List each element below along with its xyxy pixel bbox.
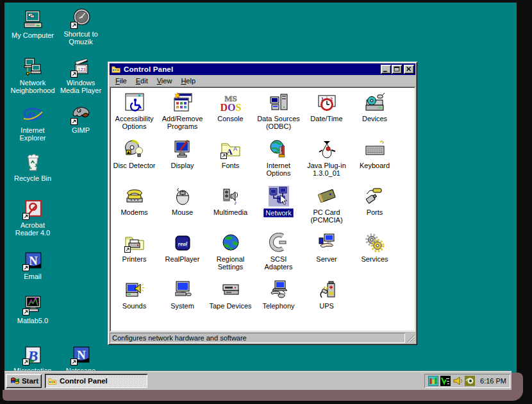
java-plugin-icon — [317, 139, 337, 160]
control-panel-item-keyboard[interactable]: Keyboard — [351, 139, 399, 185]
start-button[interactable]: Start — [6, 374, 42, 388]
control-panel-item-ups[interactable]: UPS — [303, 279, 351, 326]
desktop-icon-recycle-bin[interactable]: Recycle Bin — [8, 152, 57, 182]
window-client-area: Accessibility OptionsAdd/Remove Programs… — [110, 87, 415, 332]
desktop-icon-acrobat-reader-4-0[interactable]: Acrobat Reader 4.0 — [8, 199, 57, 237]
control-panel-item-ports[interactable]: Ports — [351, 185, 399, 232]
menu-view[interactable]: View — [153, 76, 177, 86]
taskbar-clock[interactable]: 6:16 PM — [480, 377, 506, 385]
control-panel-item-fonts[interactable]: AAFonts — [206, 139, 254, 185]
services-icon — [365, 233, 385, 253]
netscape-n-icon: N — [71, 344, 92, 366]
start-button-label: Start — [22, 377, 38, 385]
network-neighborhood-icon — [22, 56, 44, 78]
control-panel-item-console[interactable]: MSDOSConsole — [206, 92, 254, 139]
control-panel-item-add-remove-programs[interactable]: Add/Remove Programs — [158, 92, 206, 139]
control-panel-item-modems[interactable]: Modems — [110, 185, 158, 232]
desktop-icon-my-computer[interactable]: My Computer — [8, 9, 57, 39]
control-panel-item-telephony[interactable]: Telephony — [254, 279, 303, 326]
minimize-button[interactable] — [381, 65, 391, 74]
control-panel-item-label: Network — [263, 208, 293, 217]
control-panel-item-label: Data Sources (ODBC) — [255, 115, 303, 130]
control-panel-item-realplayer[interactable]: realRealPlayer — [158, 232, 206, 279]
desktop-icon-netscape[interactable]: NNetscape — [56, 344, 105, 375]
menu-file[interactable]: File — [111, 76, 131, 86]
menu-edit[interactable]: Edit — [131, 76, 153, 86]
control-panel-item-scsi-adapters[interactable]: SCSI Adapters — [254, 232, 303, 279]
title-bar[interactable]: Control Panel — [110, 63, 415, 75]
maximize-button[interactable] — [392, 65, 402, 74]
svg-text:A: A — [233, 146, 237, 152]
desktop-icon-shortcut-to-qmuzik[interactable]: Shortcut to Qmuzik — [56, 8, 105, 46]
control-panel-item-label: Add/Remove Programs — [159, 115, 206, 130]
taskbar: Start Control Panel 6:16 PM — [4, 371, 511, 390]
shortcut-arrow-icon — [71, 22, 78, 29]
close-button[interactable] — [404, 65, 414, 74]
monitor-bezel-corner — [511, 373, 523, 392]
desktop-icon-gimp[interactable]: GIMP — [56, 104, 105, 134]
control-panel-item-label: Tape Devices — [208, 302, 253, 310]
shortcut-arrow-icon — [22, 358, 29, 366]
control-panel-folder-icon — [111, 65, 121, 74]
control-panel-item-label: System — [169, 302, 195, 310]
system-meter-tray-icon[interactable] — [428, 376, 438, 386]
control-panel-item-devices[interactable]: Devices — [351, 92, 399, 139]
control-panel-item-label: Telephony — [261, 302, 295, 310]
control-panel-item-services[interactable]: Services — [351, 232, 399, 279]
monitor-bezel-bottom — [3, 390, 523, 401]
desktop-icon-network-neighborhood[interactable]: Network Neighborhood — [8, 56, 57, 94]
control-panel-item-label: Sounds — [121, 302, 147, 310]
control-panel-item-sounds[interactable]: Sounds — [110, 279, 158, 326]
desktop-icon-matlab5-0[interactable]: Matlab5.0 — [8, 294, 57, 324]
control-panel-item-multimedia[interactable]: ♪Multimedia — [206, 185, 254, 232]
desktop-icon-microstation[interactable]: BMicrostation — [8, 344, 57, 375]
control-panel-item-printers[interactable]: Printers — [110, 232, 158, 279]
control-panel-item-label: RealPlayer — [164, 255, 201, 263]
menu-help[interactable]: Help — [176, 76, 200, 86]
control-panel-item-mouse[interactable]: Mouse — [158, 185, 206, 232]
system-icon — [172, 280, 193, 300]
shortcut-arrow-icon — [22, 308, 29, 316]
control-panel-item-server[interactable]: Server — [303, 232, 351, 279]
control-panel-item-display[interactable]: Display — [158, 139, 206, 185]
desktop-icon-label: Internet Explorer — [8, 126, 57, 142]
control-panel-item-disc-detector[interactable]: Disc Detector — [110, 139, 158, 185]
keyboard-icon — [365, 139, 385, 160]
control-panel-item-label: Date/Time — [309, 115, 344, 122]
control-panel-item-pc-card-pcmcia[interactable]: PC Card (PCMCIA) — [303, 185, 351, 232]
control-panel-item-label: Java Plug-in 1.3.0_01 — [303, 162, 351, 177]
control-panel-item-accessibility-options[interactable]: Accessibility Options — [110, 92, 158, 139]
vshield-antivirus-tray-icon[interactable] — [440, 376, 451, 386]
desktop-icon-internet-explorer[interactable]: eInternet Explorer — [8, 104, 57, 142]
control-panel-item-tape-devices[interactable]: Tape Devices — [206, 279, 254, 326]
disc-detector-icon — [124, 139, 145, 160]
desktop-icon-email[interactable]: NEmail — [8, 250, 57, 280]
fonts-icon: AA — [220, 139, 241, 160]
control-panel-item-label: Internet Options — [255, 162, 303, 177]
control-panel-item-network[interactable]: Network — [254, 185, 303, 232]
control-panel-item-label: Keyboard — [358, 162, 391, 169]
control-panel-item-data-sources-odbc[interactable]: Data Sources (ODBC) — [254, 92, 303, 139]
shortcut-arrow-icon — [71, 358, 78, 366]
resize-grip[interactable] — [405, 333, 415, 343]
desktop-icon-label: Acrobat Reader 4.0 — [8, 221, 57, 237]
control-panel-item-label: Regional Settings — [207, 255, 254, 271]
recycle-bin-icon — [22, 152, 44, 173]
crt-screen: My ComputerShortcut to QmuzikNetwork Nei… — [0, 0, 532, 404]
svg-text:real: real — [178, 240, 187, 247]
control-panel-item-system[interactable]: System — [158, 279, 206, 326]
nvidia-eye-tray-icon[interactable] — [465, 376, 475, 386]
control-panel-item-regional-settings[interactable]: Regional Settings — [206, 232, 254, 279]
taskbar-task-control-panel[interactable]: Control Panel — [45, 374, 147, 388]
status-bar: Configures network hardware and software — [110, 332, 415, 343]
control-panel-item-label: Multimedia — [212, 208, 249, 216]
scsi-adapters-icon — [269, 233, 289, 253]
status-text: Configures network hardware and software — [112, 334, 247, 342]
control-panel-item-date-time[interactable]: 12Date/Time — [303, 92, 351, 139]
control-panel-item-java-plug-in-1-3-0-01[interactable]: Java Plug-in 1.3.0_01 — [303, 139, 351, 185]
control-panel-item-label: SCSI Adapters — [255, 255, 303, 271]
volume-tray-icon[interactable] — [453, 376, 463, 386]
control-panel-item-label: Console — [216, 115, 244, 122]
desktop-icon-windows-media-player[interactable]: 123Windows Media Player — [56, 56, 105, 94]
control-panel-item-internet-options[interactable]: Internet Options — [254, 139, 303, 185]
